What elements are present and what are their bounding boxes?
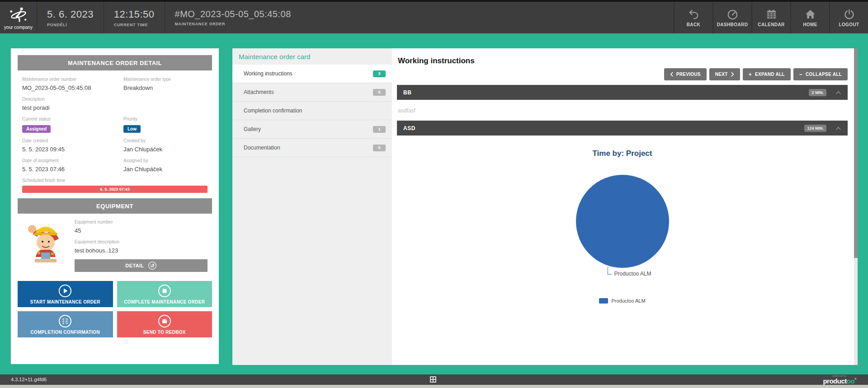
chevron-left-icon <box>670 72 673 77</box>
time-by-project-chart: Time by: Project Productoo ALM Productoo… <box>397 149 848 304</box>
equipment-row: Equipment number 45 Equipment descriptio… <box>18 220 212 272</box>
working-instructions-heading: Working instructions <box>398 56 848 65</box>
table-grid-icon <box>430 376 436 383</box>
panel-scrollbar[interactable] <box>854 48 858 365</box>
logout-icon <box>844 9 855 20</box>
instruction-section-bb[interactable]: BB 2 MIN. <box>397 85 848 100</box>
chart-legend-item[interactable]: Productoo ALM <box>397 298 848 304</box>
field-current-status: Current status Assigned <box>22 117 123 133</box>
expand-all-button[interactable]: + EXPAND ALL <box>743 68 791 80</box>
tab-documentation[interactable]: Documentation 0 <box>232 139 392 157</box>
field-order-type: Maintenance order type Breakdown <box>123 77 208 91</box>
tab-completion-confirmation[interactable]: Completion confirmation <box>232 102 392 120</box>
completion-confirmation-button[interactable]: COMPLETION CONFIRMATION <box>18 311 113 337</box>
working-instructions-panel: Working instructions PREVIOUS NEXT + EXP… <box>392 48 858 365</box>
company-logo-icon <box>8 6 29 24</box>
calendar-button[interactable]: CALENDAR <box>751 2 790 33</box>
duration-badge: 124 MIN. <box>804 125 826 132</box>
bottom-strip <box>0 385 868 388</box>
back-button[interactable]: BACK <box>674 2 712 33</box>
footer: 4.3.12+11.g4fd6 powered by productoo® <box>0 374 868 385</box>
tab-attachments[interactable]: Attachments 0 <box>232 83 392 102</box>
callout-connector-line <box>608 267 612 275</box>
chart-title: Time by: Project <box>397 149 848 158</box>
next-button[interactable]: NEXT <box>709 68 740 80</box>
field-date-of-assignment: Date of assigment 5. 5. 2023 07:46 <box>22 158 123 173</box>
tab-badge: 0 <box>373 145 386 151</box>
order-detail-fields: Maintenance order number MO_2023-05-05_0… <box>18 70 212 193</box>
field-equipment-description: Equipment description test bohous..123 <box>75 239 208 254</box>
complete-maintenance-order-button[interactable]: COMPLETE MAINTENANCE ORDER <box>117 281 212 307</box>
send-to-redbox-button[interactable]: SEND TO REDBOX <box>117 311 212 337</box>
date-cell: 5. 6. 2023 PONDĚLÍ <box>37 2 104 33</box>
legend-swatch <box>599 298 608 304</box>
field-description: Description test poradi <box>22 97 208 111</box>
field-order-number: Maintenance order number MO_2023-05-05_0… <box>22 77 123 91</box>
plus-icon: + <box>749 71 752 78</box>
dashboard-button[interactable]: DASHBOARD <box>712 2 751 33</box>
home-button[interactable]: HOME <box>790 2 829 33</box>
previous-button[interactable]: PREVIOUS <box>664 68 707 80</box>
maintenance-order-detail-card: MAINTENANCE ORDER DETAIL Maintenance ord… <box>11 48 219 364</box>
scrollbar-thumb[interactable] <box>854 48 858 258</box>
pie-slice-productoo-alm[interactable] <box>576 175 669 268</box>
topbar-spacer <box>346 2 674 33</box>
topbar-nav: BACK DASHBOARD CALENDAR HOME <box>674 2 868 33</box>
duration-badge: 2 MIN. <box>809 89 826 96</box>
tab-badge: 3 <box>373 70 386 77</box>
maintenance-order-card-nav: Maintenance order card Working instructi… <box>232 48 392 365</box>
field-equipment-number: Equipment number 45 <box>75 220 208 234</box>
grid-view-button[interactable] <box>430 376 436 384</box>
equipment-header: EQUIPMENT <box>18 198 212 214</box>
current-time-label: CURRENT TIME <box>114 23 155 27</box>
topbar: your company 5. 6. 2023 PONDĚLÍ 12:15:50… <box>0 0 868 33</box>
instructions-toolbar: PREVIOUS NEXT + EXPAND ALL − COLLAPSE AL… <box>397 68 848 80</box>
order-actions: START MAINTENANCE ORDER COMPLETE MAINTEN… <box>18 281 212 337</box>
field-date-created: Date created 5. 5. 2023 09:45 <box>22 138 123 153</box>
order-cell: #MO_2023-05-05_05:45:08 MAINTENANCE ORDE… <box>165 2 346 33</box>
maintenance-order-label: MAINTENANCE ORDER <box>175 22 336 26</box>
maintenance-order-number: #MO_2023-05-05_05:45:08 <box>175 9 336 19</box>
status-badge: Assigned <box>22 125 51 133</box>
start-maintenance-order-button[interactable]: START MAINTENANCE ORDER <box>18 281 113 307</box>
collapse-section-button[interactable] <box>835 126 841 131</box>
scheduled-finish-bar: 6. 5. 2023 07:43 <box>22 186 208 193</box>
priority-badge: Low <box>123 125 141 133</box>
equipment-detail-button[interactable]: DETAIL <box>75 259 208 272</box>
play-icon <box>58 284 72 298</box>
collapse-section-button[interactable] <box>835 90 841 95</box>
collapse-all-button[interactable]: − COLLAPSE ALL <box>793 68 848 80</box>
card-nav-title: Maintenance order card <box>232 48 392 65</box>
minus-icon: − <box>799 71 802 78</box>
tab-gallery[interactable]: Gallery 1 <box>232 120 392 139</box>
current-date: 5. 6. 2023 <box>47 9 94 20</box>
current-day-label: PONDĚLÍ <box>47 23 94 27</box>
time-cell: 12:15:50 CURRENT TIME <box>104 2 165 33</box>
calendar-icon <box>766 9 777 20</box>
field-scheduled-finish-time: Scheduled finish time 6. 5. 2023 07:43 <box>22 178 208 193</box>
checklist-icon <box>58 314 72 328</box>
field-priority: Priority Low <box>123 117 208 133</box>
back-icon <box>688 9 699 20</box>
company-name: your company <box>4 25 33 30</box>
dashboard-icon <box>727 9 738 20</box>
productoo-logo: powered by productoo® <box>823 375 856 385</box>
pie-callout: Productoo ALM <box>404 268 855 275</box>
tab-badge: 1 <box>373 126 386 133</box>
instruction-content-bb: asdfasf <box>397 100 848 121</box>
tab-badge: 0 <box>373 89 386 96</box>
app-version: 4.3.12+11.g4fd6 <box>11 377 47 382</box>
equipment-image <box>22 220 67 263</box>
tab-working-instructions[interactable]: Working instructions 3 <box>232 65 392 83</box>
logout-button[interactable]: LOGOUT <box>829 2 868 33</box>
equipment-info: Equipment number 45 Equipment descriptio… <box>75 220 208 272</box>
chevron-up-icon <box>835 126 841 131</box>
stop-icon <box>158 284 171 298</box>
home-icon <box>805 9 816 20</box>
company-logo: your company <box>0 2 37 33</box>
order-detail-header: MAINTENANCE ORDER DETAIL <box>18 55 212 70</box>
external-link-icon <box>148 261 157 270</box>
instruction-section-asd[interactable]: ASD 124 MIN. <box>397 121 848 136</box>
box-icon <box>158 314 171 328</box>
chevron-up-icon <box>835 90 841 95</box>
